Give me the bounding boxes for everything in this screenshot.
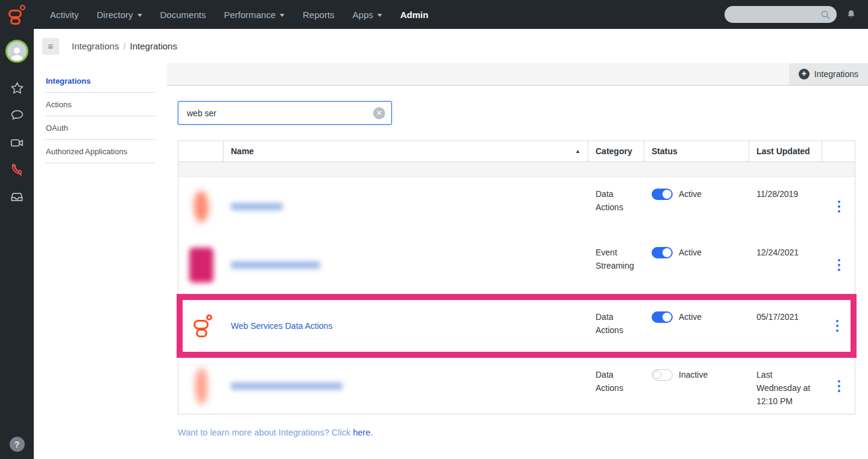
redacted-integration-name[interactable] [231, 261, 320, 269]
nav-item-documents[interactable]: Documents [151, 0, 215, 29]
redacted-integration-icon [195, 368, 207, 404]
status-label: Active [679, 310, 702, 323]
last-updated-cell: 12/24/2021 [749, 236, 822, 294]
table-header-row: Name▲ Category Status Last Updated [178, 141, 855, 162]
nav-label: Reports [303, 10, 335, 20]
breadcrumb-parent[interactable]: Integrations [72, 41, 119, 51]
add-integration-label: Integrations [814, 69, 858, 79]
nav-item-admin[interactable]: Admin [391, 0, 438, 29]
integration-icon-cell [183, 300, 224, 352]
add-integration-button[interactable]: + Integrations [789, 63, 868, 85]
status-label: Active [679, 187, 702, 201]
nav-label: Apps [353, 10, 373, 20]
genesys-logo[interactable] [0, 0, 34, 29]
table-spacer-band [178, 162, 855, 177]
header-last-updated[interactable]: Last Updated [749, 141, 822, 161]
notifications-button[interactable] [845, 8, 857, 21]
user-avatar[interactable] [5, 40, 28, 63]
clear-search-button[interactable]: ✕ [373, 107, 385, 119]
kebab-menu-icon[interactable] [835, 257, 843, 273]
sidebar-item-label: Integrations [46, 76, 90, 86]
nav-menu: Activity Directory Documents Performance… [41, 0, 438, 29]
kebab-menu-icon[interactable] [835, 378, 843, 395]
status-toggle[interactable] [652, 311, 673, 323]
integration-name-cell [224, 358, 588, 414]
sidebar-item-actions[interactable]: Actions [45, 93, 155, 116]
category-cell: Data Actions [588, 300, 644, 352]
table-row[interactable]: Data Actions Inactive Last Wednesday at … [178, 358, 855, 414]
bell-icon [845, 8, 857, 21]
table-row[interactable]: Data Actions Active 11/28/2019 [178, 177, 855, 236]
genesys-integration-icon [193, 314, 213, 337]
sidebar-item-integrations[interactable]: Integrations [45, 69, 155, 93]
status-cell: Active [644, 177, 749, 236]
integration-icon-cell [178, 358, 224, 414]
nav-item-performance[interactable]: Performance [215, 0, 294, 29]
nav-item-activity[interactable]: Activity [41, 0, 88, 29]
category-cell: Event Streaming [588, 236, 644, 294]
help-button[interactable]: ? [10, 437, 25, 452]
row-actions-cell [822, 236, 856, 294]
phone-disabled-button[interactable] [0, 156, 34, 183]
status-toggle[interactable] [652, 247, 673, 258]
nav-item-apps[interactable]: Apps [344, 0, 391, 29]
toggle-knob [662, 248, 671, 257]
status-label: Active [679, 246, 702, 259]
video-camera-icon [9, 135, 25, 151]
integration-name-cell [224, 177, 588, 236]
integrations-table: Name▲ Category Status Last Updated Data … [178, 140, 855, 414]
global-search-box[interactable] [725, 6, 837, 23]
learn-more-link[interactable]: here [353, 428, 370, 437]
table-row[interactable]: Event Streaming Active 12/24/2021 [178, 236, 855, 294]
header-category[interactable]: Category [588, 141, 644, 161]
chat-button[interactable] [0, 102, 34, 129]
sidebar-item-label: Authorized Applications [46, 147, 127, 156]
category-cell: Data Actions [588, 358, 644, 414]
status-cell: Active [644, 300, 749, 352]
sort-asc-icon[interactable]: ▲ [575, 148, 580, 154]
breadcrumb-current: Integrations [130, 41, 177, 51]
nav-label: Admin [400, 10, 429, 20]
nav-item-directory[interactable]: Directory [88, 0, 151, 29]
toggle-knob [662, 313, 671, 322]
collapse-menu-button[interactable]: ≡ [42, 38, 59, 55]
top-navigation-bar: Activity Directory Documents Performance… [0, 0, 868, 29]
redacted-integration-name[interactable] [231, 203, 283, 210]
integrations-search-box: ✕ [178, 101, 392, 125]
inbox-tray-icon [9, 189, 25, 205]
header-status[interactable]: Status [644, 141, 749, 161]
search-icon [820, 10, 831, 20]
status-toggle[interactable] [652, 369, 673, 381]
header-label: Last Updated [756, 146, 810, 156]
table-row-highlighted[interactable]: Web Services Data Actions Data Actions A… [177, 294, 857, 358]
redacted-integration-name[interactable] [231, 382, 342, 390]
integration-name-cell: Web Services Data Actions [224, 300, 588, 352]
favorites-button[interactable] [0, 75, 34, 102]
header-icon-column [178, 141, 224, 161]
sidebar-item-authorized-applications[interactable]: Authorized Applications [45, 140, 155, 163]
hamburger-icon: ≡ [48, 41, 54, 51]
kebab-menu-icon[interactable] [835, 198, 843, 215]
sidebar-item-label: Actions [46, 100, 72, 109]
toggle-knob [653, 370, 661, 379]
inbox-button[interactable] [0, 183, 34, 210]
last-updated-cell: Last Wednesday at 12:10 PM [749, 358, 822, 414]
row-actions-cell [822, 300, 852, 352]
status-toggle[interactable] [652, 189, 673, 200]
nav-item-reports[interactable]: Reports [294, 0, 344, 29]
global-search-input[interactable] [733, 10, 820, 19]
learn-more-period: . [370, 428, 373, 437]
genesys-logo-icon [8, 5, 26, 25]
plus-icon: + [799, 69, 810, 80]
nav-label: Performance [224, 10, 275, 20]
kebab-menu-icon[interactable] [834, 317, 841, 334]
status-cell: Active [644, 236, 749, 294]
breadcrumb-separator: / [123, 41, 125, 51]
sidebar-item-oauth[interactable]: OAuth [45, 116, 155, 140]
header-label: Status [652, 146, 678, 156]
header-name[interactable]: Name▲ [224, 141, 588, 161]
video-button[interactable] [0, 129, 34, 156]
integrations-search-input[interactable] [178, 108, 373, 118]
integration-name-link[interactable]: Web Services Data Actions [231, 321, 333, 331]
chat-bubble-icon [10, 108, 25, 123]
